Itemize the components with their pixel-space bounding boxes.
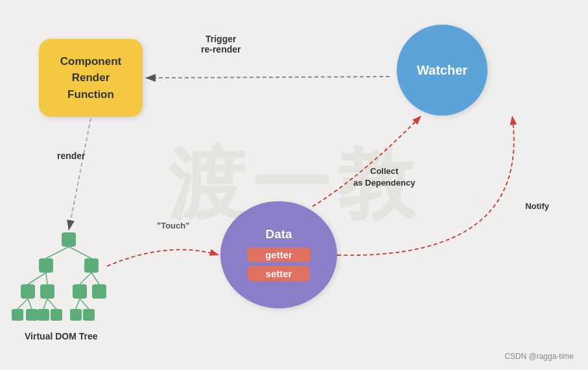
diagram-container: 渡一教 xyxy=(0,0,588,370)
svg-line-18 xyxy=(91,273,99,284)
component-render-box: Component Render Function xyxy=(39,39,143,117)
svg-line-13 xyxy=(46,247,69,258)
svg-line-21 xyxy=(43,299,47,309)
vdom-label: Virtual DOM Tree xyxy=(25,331,98,341)
notify-label: Notify xyxy=(525,201,549,211)
data-circle: Data getter setter xyxy=(220,201,337,308)
svg-rect-4 xyxy=(40,284,54,299)
svg-rect-5 xyxy=(73,284,87,299)
collect-label: Collectas Dependency xyxy=(353,166,415,189)
svg-rect-7 xyxy=(12,309,23,321)
svg-line-29 xyxy=(145,77,390,78)
svg-rect-2 xyxy=(84,258,99,273)
svg-rect-12 xyxy=(83,309,95,321)
svg-line-20 xyxy=(28,299,32,309)
svg-rect-6 xyxy=(92,284,106,299)
credit-text: CSDN @ragga-time xyxy=(504,352,574,361)
svg-line-14 xyxy=(69,247,91,258)
svg-rect-0 xyxy=(62,232,76,247)
svg-rect-3 xyxy=(21,284,35,299)
watcher-circle: Watcher xyxy=(397,25,488,116)
render-label: render xyxy=(57,151,86,161)
trigger-rerender-label: Triggerre-render xyxy=(201,34,241,55)
svg-rect-9 xyxy=(38,309,49,321)
svg-rect-11 xyxy=(70,309,82,321)
svg-line-24 xyxy=(80,299,89,309)
svg-line-22 xyxy=(47,299,56,309)
svg-line-17 xyxy=(80,273,91,284)
svg-rect-8 xyxy=(26,309,38,321)
svg-rect-10 xyxy=(51,309,62,321)
svg-line-15 xyxy=(28,273,46,284)
svg-line-19 xyxy=(18,299,28,309)
getter-pill: getter xyxy=(247,247,311,262)
svg-line-23 xyxy=(76,299,80,309)
svg-rect-1 xyxy=(39,258,53,273)
touch-label: "Touch" xyxy=(157,221,189,230)
data-title: Data xyxy=(265,227,292,241)
watcher-label: Watcher xyxy=(417,63,467,78)
svg-line-30 xyxy=(69,118,91,230)
component-box-text: Component Render Function xyxy=(60,53,121,103)
setter-pill: setter xyxy=(248,266,311,281)
svg-line-16 xyxy=(46,273,47,284)
